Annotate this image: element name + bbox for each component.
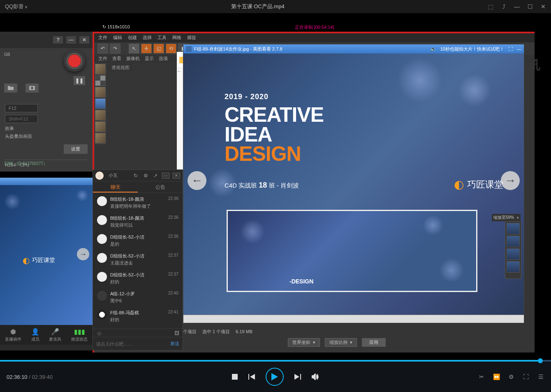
menu-create[interactable]: 创建: [128, 35, 137, 41]
record-button[interactable]: [64, 50, 85, 72]
settings-button[interactable]: 设置: [64, 144, 88, 154]
preview-next-button[interactable]: →: [77, 248, 89, 260]
rec-close-button[interactable]: ✕: [79, 36, 89, 44]
emoji-button[interactable]: ☺: [96, 330, 102, 336]
pin-icon[interactable]: ⤴: [501, 4, 507, 9]
player-bar: 02:36:10 / 02:39:40 ✂ ⏩ ⚙ ⛶ ☰: [0, 360, 551, 392]
menu-file[interactable]: 文件: [98, 35, 107, 41]
maximize-button[interactable]: ☐: [527, 4, 533, 9]
stream-status-button[interactable]: ▮▮▮推流状态: [71, 328, 88, 342]
thumbnail-item[interactable]: [507, 261, 520, 273]
attach-icon[interactable]: 🖾: [174, 330, 179, 336]
menu-tools[interactable]: 工具: [157, 35, 167, 41]
pause-button[interactable]: ❚❚: [74, 76, 85, 85]
menu-select[interactable]: 选择: [143, 35, 152, 41]
app-name[interactable]: QQ影音∨: [5, 3, 28, 10]
thumbnail-item[interactable]: [507, 223, 520, 234]
primitive-7[interactable]: [95, 133, 106, 144]
vp-menu-camera[interactable]: 摄像机: [126, 56, 140, 62]
artwork-text: 2019 - 2020 CREATIVE IDEA DESIGN: [225, 93, 324, 164]
tab-chat[interactable]: 聊天: [93, 181, 138, 193]
svg-point-1: [31, 87, 33, 89]
refresh-icon[interactable]: ↻: [132, 173, 139, 179]
preview-titlebar[interactable]: [0, 178, 93, 185]
close-button[interactable]: ✕: [540, 4, 546, 9]
select-tool[interactable]: ↖: [129, 44, 139, 53]
minimize-button[interactable]: —: [514, 4, 520, 9]
chat-minimize-button[interactable]: —: [162, 173, 169, 179]
apply-button[interactable]: 应用: [362, 338, 386, 347]
undo-tool[interactable]: ↶: [97, 44, 108, 53]
rec-minimize-button[interactable]: —: [66, 36, 76, 44]
chat-input[interactable]: [96, 341, 167, 346]
artwork-subtitle: C4D 实战班 18 班 - 肖剑波: [225, 181, 299, 190]
menu-snap[interactable]: 捕捉: [187, 35, 196, 41]
next-button[interactable]: [294, 374, 301, 380]
pip-icon[interactable]: ⬚: [488, 4, 493, 9]
brand-icon: ◐: [23, 255, 30, 265]
thumbnail-item[interactable]: [507, 248, 520, 260]
artwork-line1: CREATIVE: [225, 105, 324, 125]
hotkey-shift-f12[interactable]: Shift+F12: [5, 115, 38, 123]
tab-announce[interactable]: 公告: [138, 181, 183, 193]
checker-tool[interactable]: [95, 75, 106, 86]
vp-menu-options[interactable]: 选项: [159, 56, 168, 62]
vp-menu-display[interactable]: 显示: [145, 56, 154, 62]
folder-button[interactable]: [4, 84, 17, 93]
c4d-menubar: 文件 编辑 创建 选择 工具 网格 捕捉: [94, 33, 535, 42]
microphone-button[interactable]: 🎤麦克风: [49, 328, 61, 342]
scale-dropdown[interactable]: 缩放比例▾: [325, 338, 357, 347]
effect-label: 效果: [5, 125, 88, 132]
time-display: 02:36:10 / 02:39:40: [7, 374, 53, 380]
snapshot-button[interactable]: ✂: [478, 373, 485, 380]
speed-button[interactable]: ⏩: [493, 373, 500, 380]
artwork-year: 2019 - 2020: [225, 93, 324, 101]
stop-button[interactable]: [232, 374, 238, 380]
thumbnail-item[interactable]: [507, 236, 520, 247]
rotate-tool[interactable]: ⟲: [166, 44, 176, 53]
primitive-3[interactable]: [95, 87, 106, 97]
members-button[interactable]: 👤成员: [31, 328, 39, 342]
redo-tool[interactable]: ↷: [110, 44, 120, 53]
hotkey-f12[interactable]: F12: [5, 104, 38, 112]
menu-mesh[interactable]: 网格: [172, 35, 181, 41]
thumb-text: -DESIGN: [289, 278, 313, 285]
viewer-expand-button[interactable]: ⛶: [508, 46, 513, 51]
chat-body[interactable]: B组组长-18-颜清直接吧明年用年做了22:36 B组组长-18-颜清我觉得可以…: [93, 193, 183, 329]
menu-edit[interactable]: 编辑: [113, 35, 122, 41]
primitive-6[interactable]: [95, 121, 106, 132]
playlist-button[interactable]: ☰: [537, 373, 544, 380]
send-button[interactable]: 发送: [170, 341, 179, 347]
scale-tool[interactable]: ◱: [153, 44, 164, 53]
help-button[interactable]: ?: [53, 36, 63, 44]
fullscreen-button[interactable]: ⛶: [522, 373, 530, 380]
vp-menu-view[interactable]: 查看: [112, 56, 121, 62]
volume-button[interactable]: [312, 373, 319, 380]
c4d-side-toolbar: [94, 63, 106, 145]
player-right-controls: ✂ ⏩ ⚙ ⛶ ☰: [478, 373, 544, 380]
viewer-tip: 10秒也能拍大片！快来试试吧！: [440, 46, 504, 52]
primitive-4[interactable]: [95, 98, 106, 109]
chat-header-avatar[interactable]: ☺: [95, 172, 104, 180]
prev-button[interactable]: [248, 374, 255, 380]
share-icon[interactable]: ↗: [152, 173, 159, 179]
cube-primitive[interactable]: [95, 64, 106, 74]
vp-menu-file[interactable]: 文件: [98, 56, 107, 62]
move-tool[interactable]: ✛: [141, 44, 152, 53]
image-next-button[interactable]: →: [501, 171, 520, 190]
sound-icon[interactable]: 🔈: [430, 46, 436, 52]
gear-icon[interactable]: ⚙: [142, 173, 149, 179]
primitive-5[interactable]: [95, 110, 106, 121]
stream-plugin-button[interactable]: ⬢直播插件: [5, 328, 21, 342]
image-prev-button[interactable]: ←: [188, 171, 206, 190]
play-button[interactable]: [266, 368, 284, 386]
chat-close-button[interactable]: ✕: [173, 173, 180, 179]
image-viewer-titlebar[interactable]: F组-89-肖剑波14次作业.jpg - 美图看看 2.7.8 🔈 10秒也能拍…: [183, 44, 524, 53]
viewer-min-button[interactable]: —: [517, 46, 521, 51]
window-controls: ⬚ ⤴ — ☐ ✕: [488, 4, 546, 9]
camera-button[interactable]: [25, 84, 39, 93]
artwork-secondary: -DESIGN: [227, 210, 477, 292]
zoom-close-icon[interactable]: ×: [516, 216, 519, 220]
settings-button[interactable]: ⚙: [507, 373, 515, 380]
coord-system-dropdown[interactable]: 世界坐标▾: [288, 338, 320, 347]
